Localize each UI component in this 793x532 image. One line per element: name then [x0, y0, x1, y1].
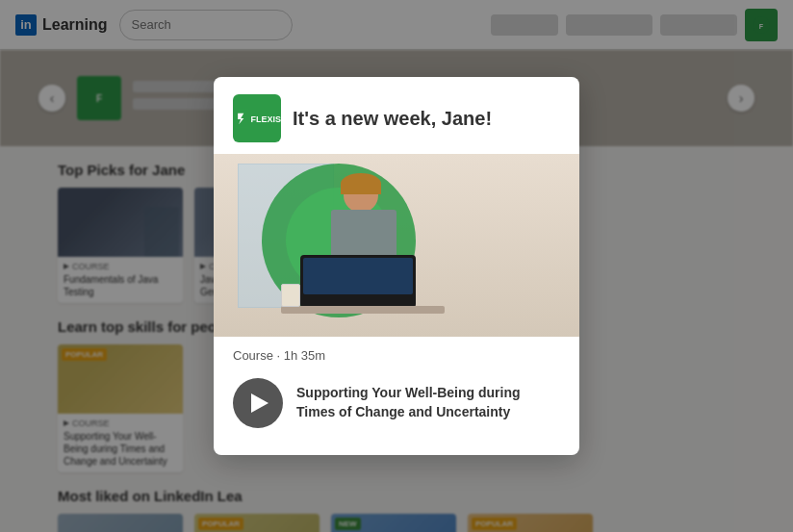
flexis-label: FLEXIS: [250, 114, 281, 124]
person-hair: [341, 173, 381, 194]
play-icon: [251, 393, 269, 413]
modal-flexis-logo: FLEXIS: [233, 94, 281, 142]
laptop-lid: [300, 255, 416, 308]
table-surface: [281, 306, 445, 314]
play-button[interactable]: [233, 378, 283, 428]
modal-meta: Course · 1h 35m: [214, 337, 579, 370]
hero-person-container: [262, 164, 454, 337]
modal-overlay: FLEXIS It's a new week, Jane!: [0, 0, 793, 532]
mug: [281, 284, 300, 307]
flexis-logo-icon: [233, 101, 250, 136]
modal-course-title: Supporting Your Well-Being during Times …: [296, 384, 560, 421]
modal-header: FLEXIS It's a new week, Jane!: [214, 77, 579, 154]
modal-course-row: Supporting Your Well-Being during Times …: [214, 370, 579, 428]
modal-greeting: It's a new week, Jane!: [293, 108, 492, 130]
modal-hero-image: [214, 154, 579, 337]
laptop-screen: [303, 258, 413, 294]
modal-dialog: FLEXIS It's a new week, Jane!: [214, 77, 579, 455]
